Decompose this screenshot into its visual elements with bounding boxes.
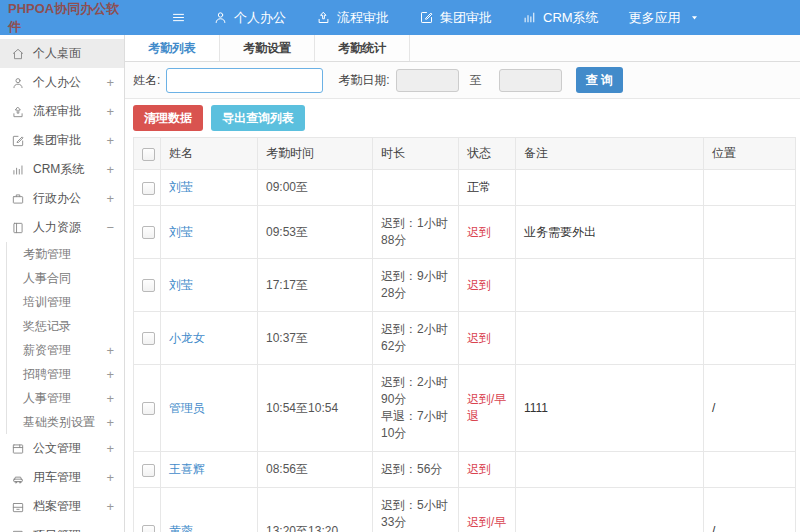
- nav-item[interactable]: 更多应用: [614, 0, 717, 35]
- table-row: 王喜辉08:56至迟到：56分迟到: [134, 452, 796, 488]
- sidebar-item[interactable]: 个人桌面: [0, 39, 124, 68]
- project-icon: [11, 529, 25, 532]
- sidebar-item[interactable]: 人力资源−: [0, 213, 124, 242]
- checkbox-cell: [134, 206, 161, 259]
- nav-item[interactable]: 流程审批: [301, 0, 404, 35]
- sidebar-item[interactable]: 流程审批+: [0, 97, 124, 126]
- sidebar-item[interactable]: 用车管理+: [0, 463, 124, 492]
- table-row: 刘莹09:53至迟到：1小时88分迟到业务需要外出: [134, 206, 796, 259]
- sidebar-item-label: 人力资源: [33, 219, 81, 236]
- attendance-time-cell: 08:56至: [258, 452, 373, 488]
- sidebar-subitem[interactable]: 人事合同: [7, 266, 124, 290]
- sidebar-subitem[interactable]: 培训管理: [7, 290, 124, 314]
- tab-active[interactable]: 考勤列表: [125, 35, 220, 61]
- expand-toggle-icon: +: [106, 191, 114, 206]
- row-checkbox[interactable]: [142, 226, 155, 239]
- select-all-checkbox[interactable]: [142, 148, 155, 161]
- attendance-time-cell: 17:17至: [258, 259, 373, 312]
- date-from-input[interactable]: [396, 69, 459, 92]
- sidebar-item[interactable]: 集团审批+: [0, 126, 124, 155]
- export-list-button[interactable]: 导出查询列表: [211, 105, 305, 131]
- sidebar-toggle-button[interactable]: [171, 10, 186, 25]
- nav-item[interactable]: 集团审批: [404, 0, 507, 35]
- top-bar: PHPOA协同办公软件 个人办公流程审批集团审批CRM系统更多应用: [0, 0, 800, 35]
- sidebar-subitem[interactable]: 薪资管理+: [7, 338, 124, 362]
- book-icon: [11, 221, 25, 235]
- sidebar-item[interactable]: 个人办公+: [0, 68, 124, 97]
- table-row: 小龙女10:37至迟到：2小时62分迟到: [134, 312, 796, 365]
- nav-item[interactable]: 个人办公: [198, 0, 301, 35]
- clean-data-button[interactable]: 清理数据: [133, 105, 203, 131]
- filter-bar: 姓名: 考勤日期: 至 查 询: [125, 62, 800, 99]
- row-checkbox[interactable]: [142, 182, 155, 195]
- sidebar-item-label: 项目管理: [33, 527, 81, 532]
- row-checkbox[interactable]: [142, 402, 155, 415]
- sidebar-item-label: 个人办公: [33, 74, 81, 91]
- sidebar-subitem[interactable]: 招聘管理+: [7, 362, 124, 386]
- expand-toggle-icon: −: [106, 220, 114, 235]
- nav-item-label: 集团审批: [440, 9, 492, 27]
- employee-name-link[interactable]: 刘莹: [169, 225, 193, 239]
- user-icon: [11, 76, 25, 90]
- table-row: 黄蓉13:20至13:20迟到：5小时33分早退：4小时67分迟到/早退/: [134, 488, 796, 532]
- attendance-time-cell: 09:00至: [258, 170, 373, 206]
- employee-name-link[interactable]: 管理员: [169, 401, 205, 415]
- checkbox-cell: [134, 259, 161, 312]
- doc-icon: [11, 442, 25, 456]
- row-checkbox[interactable]: [142, 332, 155, 345]
- name-cell: 小龙女: [161, 312, 258, 365]
- status-cell: 迟到: [459, 452, 516, 488]
- sidebar-item[interactable]: CRM系统+: [0, 155, 124, 184]
- sidebar-item[interactable]: 公文管理+: [0, 434, 124, 463]
- sidebar-subitem[interactable]: 人事管理+: [7, 386, 124, 410]
- name-cell: 管理员: [161, 365, 258, 452]
- employee-name-link[interactable]: 黄蓉: [169, 524, 193, 532]
- tab-item[interactable]: 考勤设置: [220, 35, 315, 61]
- expand-toggle-icon: +: [106, 470, 114, 485]
- sidebar-subitem[interactable]: 基础类别设置+: [7, 410, 124, 434]
- employee-name-link[interactable]: 刘莹: [169, 180, 193, 194]
- tab-bar: 考勤列表考勤设置考勤统计: [125, 35, 800, 62]
- status-cell: 迟到: [459, 312, 516, 365]
- sidebar-item-label: 档案管理: [33, 498, 81, 515]
- date-to-input[interactable]: [499, 69, 562, 92]
- app-body: 个人桌面个人办公+流程审批+集团审批+CRM系统+行政办公+人力资源−考勤管理人…: [0, 35, 800, 532]
- row-checkbox[interactable]: [142, 464, 155, 477]
- duration-cell: 迟到：1小时88分: [373, 206, 459, 259]
- duration-line: 迟到：2小时62分: [381, 321, 450, 355]
- duration-line: 早退：7小时10分: [381, 408, 450, 442]
- sidebar-item-label: 个人桌面: [33, 45, 81, 62]
- duration-cell: 迟到：2小时62分: [373, 312, 459, 365]
- sidebar-subitem[interactable]: 奖惩记录: [7, 314, 124, 338]
- sidebar-item[interactable]: 项目管理+: [0, 521, 124, 532]
- expand-toggle-icon: +: [106, 499, 114, 514]
- name-input[interactable]: [166, 68, 323, 93]
- checkbox-cell: [134, 488, 161, 532]
- nav-item-label: 个人办公: [234, 9, 286, 27]
- sidebar-subgroup: 考勤管理人事合同培训管理奖惩记录薪资管理+招聘管理+人事管理+基础类别设置+: [6, 242, 124, 434]
- search-button[interactable]: 查 询: [576, 67, 623, 93]
- table-row: 刘莹09:00至正常: [134, 170, 796, 206]
- attendance-time-cell: 10:37至: [258, 312, 373, 365]
- checkbox-cell: [134, 170, 161, 206]
- sidebar-item-label: 公文管理: [33, 440, 81, 457]
- status-cell: 正常: [459, 170, 516, 206]
- sidebar-item[interactable]: 行政办公+: [0, 184, 124, 213]
- row-checkbox[interactable]: [142, 279, 155, 292]
- location-cell: [704, 452, 796, 488]
- row-checkbox[interactable]: [142, 525, 155, 532]
- name-cell: 刘莹: [161, 206, 258, 259]
- edit-icon: [419, 10, 434, 25]
- location-cell: [704, 312, 796, 365]
- tab-item[interactable]: 考勤统计: [315, 35, 410, 61]
- nav-item[interactable]: CRM系统: [507, 0, 614, 35]
- duration-line: 迟到：56分: [381, 461, 450, 478]
- employee-name-link[interactable]: 刘莹: [169, 278, 193, 292]
- employee-name-link[interactable]: 王喜辉: [169, 462, 205, 476]
- expand-toggle-icon: +: [106, 367, 114, 382]
- attendance-time-cell: 09:53至: [258, 206, 373, 259]
- expand-toggle-icon: +: [106, 104, 114, 119]
- sidebar-subitem[interactable]: 考勤管理: [7, 242, 124, 266]
- sidebar-item[interactable]: 档案管理+: [0, 492, 124, 521]
- employee-name-link[interactable]: 小龙女: [169, 331, 205, 345]
